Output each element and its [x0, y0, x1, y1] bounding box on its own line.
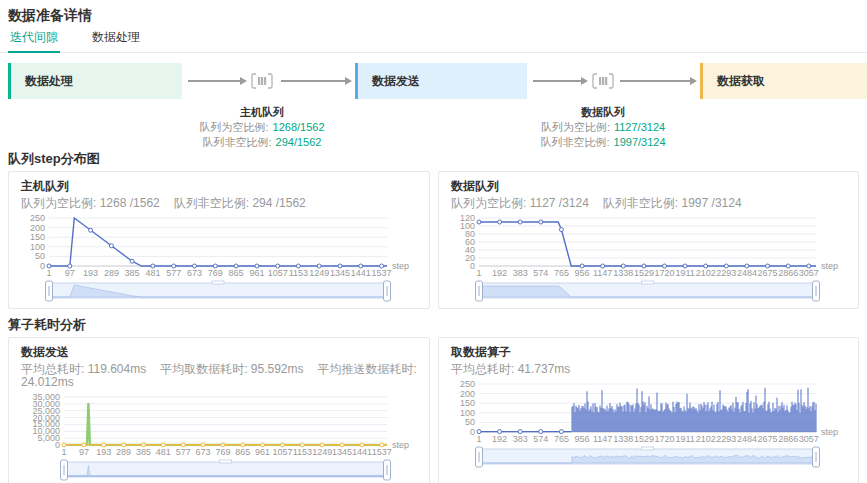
svg-text:step: step	[392, 261, 409, 271]
svg-text:2293: 2293	[716, 434, 736, 444]
svg-text:765: 765	[554, 434, 569, 444]
svg-text:1441: 1441	[351, 268, 371, 278]
chart-svg: 0501001502002501192383574765956114713381…	[451, 380, 846, 444]
flow-arrow-icon	[188, 80, 245, 82]
svg-text:1: 1	[46, 268, 51, 278]
queue-name: 主机队列	[199, 105, 324, 120]
svg-text:250: 250	[30, 214, 45, 223]
svg-text:1: 1	[61, 447, 66, 457]
data-send-zoom-slider[interactable]	[21, 459, 417, 481]
page-title: 数据准备详情	[8, 6, 859, 24]
svg-text:2675: 2675	[757, 434, 777, 444]
svg-text:150: 150	[460, 398, 475, 408]
svg-text:2102: 2102	[696, 434, 716, 444]
svg-text:1147: 1147	[593, 434, 612, 444]
svg-text:step: step	[821, 261, 838, 271]
card-stats: 平均总耗时: 119.604ms平均取数据耗时: 95.592ms平均推送数据耗…	[21, 363, 417, 389]
zoom-slider-svg[interactable]	[21, 459, 417, 481]
data-queue-info: 数据队列 队列为空比例:1127/3124 队列非空比例:1997/3124	[540, 105, 665, 150]
chart-svg: 0204060801001201192383574765956114713381…	[451, 214, 846, 278]
svg-text:1249: 1249	[312, 447, 332, 457]
svg-text:2866: 2866	[778, 268, 798, 278]
svg-text:574: 574	[533, 434, 548, 444]
data-queue-step-chart: 0204060801001201192383574765956114713381…	[451, 214, 846, 278]
host-queue-info: 主机队列 队列为空比例:1268/1562 队列非空比例:294/1562	[199, 105, 324, 150]
card-stats: 队列为空比例: 1268 /1562队列非空比例: 294 /1562	[21, 197, 417, 210]
svg-text:385: 385	[125, 268, 140, 278]
svg-text:50: 50	[35, 251, 45, 261]
svg-text:193: 193	[96, 447, 111, 457]
svg-text:961: 961	[255, 447, 270, 457]
svg-text:3057: 3057	[799, 268, 819, 278]
svg-text:1529: 1529	[634, 268, 654, 278]
tab-data-processing[interactable]: 数据处理	[90, 28, 142, 52]
svg-text:2293: 2293	[716, 268, 736, 278]
pipeline-flow: 数据处理 数据发送 数据获取 主机队列 队列为空比例:1268/1562 队列非…	[0, 63, 867, 151]
svg-text:289: 289	[104, 268, 119, 278]
svg-text:1147: 1147	[593, 268, 612, 278]
svg-text:200: 200	[460, 389, 475, 399]
flow-arrow-icon	[620, 80, 695, 82]
svg-text:35,000: 35,000	[32, 393, 60, 402]
svg-text:289: 289	[116, 447, 131, 457]
svg-text:250: 250	[460, 380, 475, 389]
queue-empty-ratio: 队列为空比例:1127/3124	[540, 120, 665, 135]
host-queue-zoom-slider[interactable]	[21, 280, 417, 302]
queue-empty-ratio: 队列为空比例:1268/1562	[199, 120, 324, 135]
svg-text:100: 100	[460, 408, 475, 418]
svg-text:1441: 1441	[352, 447, 372, 457]
svg-text:673: 673	[187, 268, 202, 278]
svg-text:2866: 2866	[778, 434, 798, 444]
card-title: 主机队列	[21, 180, 417, 193]
op-time-cards: 数据发送 平均总耗时: 119.604ms平均取数据耗时: 95.592ms平均…	[0, 337, 867, 483]
svg-text:961: 961	[249, 268, 264, 278]
card-title: 数据发送	[21, 346, 417, 359]
svg-text:385: 385	[136, 447, 151, 457]
svg-text:1249: 1249	[309, 268, 329, 278]
flow-arrow-icon	[533, 80, 586, 82]
svg-text:1153: 1153	[289, 268, 308, 278]
host-queue-step-chart: 0501001502002501971932893854815776737698…	[21, 214, 417, 278]
card-fetch-op: 取数据算子 平均总耗时: 41.737ms 050100150200250119…	[438, 337, 859, 483]
flow-node-data-process: 数据处理	[8, 63, 182, 99]
flow-node-data-fetch: 数据获取	[700, 63, 867, 99]
svg-text:1720: 1720	[654, 434, 674, 444]
svg-text:956: 956	[575, 268, 590, 278]
svg-text:100: 100	[30, 242, 45, 252]
queue-step-cards: 主机队列 队列为空比例: 1268 /1562队列非空比例: 294 /1562…	[0, 171, 867, 309]
svg-text:0: 0	[40, 261, 45, 271]
tab-bar: 迭代间隙 数据处理	[0, 28, 867, 53]
svg-text:1057: 1057	[272, 447, 292, 457]
svg-text:97: 97	[79, 447, 89, 457]
svg-text:865: 865	[229, 268, 244, 278]
svg-text:1911: 1911	[675, 434, 694, 444]
svg-text:97: 97	[65, 268, 75, 278]
svg-text:769: 769	[215, 447, 230, 457]
svg-text:765: 765	[554, 268, 569, 278]
svg-text:step: step	[392, 440, 409, 450]
flow-arrow-icon	[281, 80, 350, 82]
zoom-slider-svg[interactable]	[451, 446, 846, 468]
svg-text:574: 574	[533, 268, 548, 278]
svg-text:673: 673	[195, 447, 210, 457]
tab-iteration-gap[interactable]: 迭代间隙	[8, 28, 60, 53]
svg-text:577: 577	[176, 447, 191, 457]
svg-text:3057: 3057	[799, 434, 819, 444]
card-host-queue: 主机队列 队列为空比例: 1268 /1562队列非空比例: 294 /1562…	[8, 171, 430, 309]
svg-text:956: 956	[575, 434, 590, 444]
svg-text:1338: 1338	[613, 268, 633, 278]
zoom-slider-svg[interactable]	[21, 280, 417, 302]
svg-text:1345: 1345	[330, 268, 350, 278]
svg-text:1153: 1153	[293, 447, 312, 457]
svg-text:1338: 1338	[613, 434, 633, 444]
svg-text:1345: 1345	[332, 447, 352, 457]
queue-name: 数据队列	[540, 105, 665, 120]
data-queue-zoom-slider[interactable]	[451, 280, 846, 302]
queue-icon	[250, 71, 274, 95]
zoom-slider-svg[interactable]	[451, 280, 846, 302]
svg-text:2102: 2102	[696, 268, 716, 278]
queue-nonempty-ratio: 队列非空比例:1997/3124	[540, 135, 665, 150]
fetch-op-time-chart: 0501001502002501192383574765956114713381…	[451, 380, 846, 444]
svg-text:1537: 1537	[372, 268, 392, 278]
fetch-op-zoom-slider[interactable]	[451, 446, 846, 468]
